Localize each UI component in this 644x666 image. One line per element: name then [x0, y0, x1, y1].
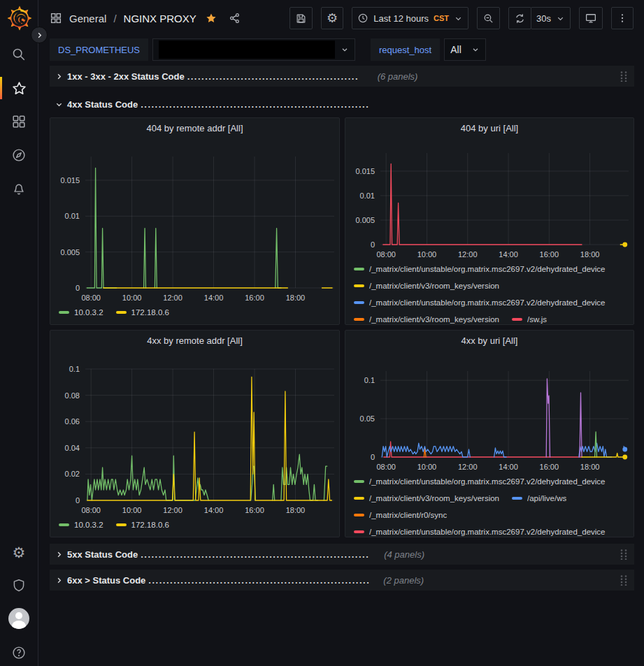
legend-label: /_matrix/client/v3/room_keys/version	[369, 282, 499, 290]
y-axis-label: 0	[371, 453, 375, 461]
legend-item[interactable]: /_matrix/client/v3/room_keys/version	[354, 311, 499, 324]
legend-item[interactable]: /_matrix/client/v3/room_keys/version	[354, 490, 499, 507]
legend-label: 172.18.0.6	[131, 521, 169, 529]
y-axis-label: 0.015	[355, 167, 375, 175]
panel-title[interactable]: 404 by remote addr [All]	[50, 118, 339, 139]
panel-title[interactable]: 4xx by remote addr [All]	[50, 331, 339, 352]
series-line	[87, 377, 332, 500]
time-range-label: Last 12 hours	[373, 13, 429, 24]
explore-icon[interactable]	[0, 145, 38, 166]
legend-swatch	[59, 523, 69, 526]
panel-4xx-by-remote-addr: 08:0010:0012:0014:0016:0018:0000.020.040…	[50, 330, 340, 537]
legend-item[interactable]: 10.0.3.2	[59, 304, 103, 321]
row-drag-handle[interactable]	[619, 549, 629, 560]
y-axis-label: 0.06	[65, 417, 80, 426]
legend-label: /_matrix/client/r0/sync	[369, 511, 447, 519]
breadcrumb: General / NGINX PROXY	[50, 12, 241, 24]
panel-title[interactable]: 4xx by uri [All]	[345, 331, 634, 352]
legend-label: /_matrix/client/unstable/org.matrix.msc2…	[369, 528, 606, 536]
legend-item[interactable]: 172.18.0.6	[116, 304, 169, 321]
alerting-bell-icon[interactable]	[0, 178, 38, 199]
y-axis-label: 0.1	[364, 376, 375, 384]
y-axis-label: 0.005	[60, 248, 80, 256]
sidebar-expand-button[interactable]	[31, 27, 48, 43]
breadcrumb-section[interactable]: General	[69, 13, 106, 24]
legend-item[interactable]: /_matrix/client/unstable/org.matrix.msc2…	[354, 261, 606, 277]
x-axis-label: 16:00	[245, 294, 264, 302]
legend-swatch	[512, 318, 522, 321]
legend-item[interactable]: /_matrix/client/unstable/org.matrix.msc2…	[354, 473, 606, 490]
datasource-variable-label[interactable]: DS_PROMETHEUS	[50, 38, 148, 61]
timezone-label: CST	[434, 14, 449, 22]
server-admin-shield-icon[interactable]	[0, 575, 38, 596]
legend-item[interactable]: 172.18.0.6	[116, 516, 169, 533]
share-icon[interactable]	[229, 12, 241, 24]
legend-item[interactable]: /_matrix/client/v3/room_keys/version	[354, 277, 499, 294]
panel-title[interactable]: 404 by uri [All]	[345, 118, 634, 139]
x-axis-label: 18:00	[286, 506, 306, 514]
host-variable-label[interactable]: request_host	[371, 38, 440, 61]
x-axis-label: 14:00	[499, 250, 518, 259]
x-axis-label: 14:00	[204, 294, 224, 302]
grafana-logo[interactable]	[7, 6, 32, 31]
legend-swatch	[59, 311, 69, 314]
chevron-right-icon	[55, 73, 63, 80]
x-axis-label: 10:00	[122, 506, 142, 514]
refresh-interval-dropdown[interactable]: 30s	[531, 7, 571, 29]
legend-label: /_matrix/client/unstable/org.matrix.msc2…	[369, 265, 606, 273]
legend-label: /_matrix/client/v3/room_keys/version	[369, 494, 499, 502]
topbar: General / NGINX PROXY ⚙ Last 12 hours CS…	[39, 0, 644, 36]
legend-item[interactable]: /_matrix/client/r0/sync	[354, 507, 447, 523]
dashboards-icon[interactable]	[0, 111, 38, 132]
chevron-down-icon	[341, 45, 349, 54]
host-variable-dropdown[interactable]: All	[444, 38, 486, 61]
legend-item[interactable]: /_matrix/client/unstable/org.matrix.msc2…	[354, 523, 606, 536]
row-header-5xx[interactable]: 5xx Status Code ........................…	[50, 544, 634, 565]
row-header-1xx-3xx-2xx[interactable]: 1xx - 3xx - 2xx Status Code ............…	[50, 66, 634, 87]
zoom-out-time-button[interactable]	[477, 7, 500, 29]
row-header-4xx[interactable]: 4xx Status Code ........................…	[50, 94, 634, 115]
x-axis-label: 10:00	[417, 250, 437, 259]
legend-swatch	[354, 530, 364, 533]
help-icon[interactable]	[0, 642, 38, 663]
panel-legend: /_matrix/client/unstable/org.matrix.msc2…	[354, 261, 629, 324]
legend-swatch	[354, 318, 364, 321]
kebab-menu-button[interactable]	[611, 7, 634, 29]
legend-swatch	[354, 301, 364, 304]
x-axis-label: 16:00	[540, 250, 559, 259]
row-drag-handle[interactable]	[619, 71, 629, 82]
profile-avatar[interactable]	[0, 608, 38, 629]
datasource-variable-dropdown[interactable]	[152, 38, 355, 61]
starred-icon[interactable]	[0, 78, 38, 99]
x-axis-label: 14:00	[499, 463, 518, 471]
legend-item[interactable]: /_matrix/client/unstable/org.matrix.msc2…	[354, 294, 606, 311]
panel-legend: /_matrix/client/unstable/org.matrix.msc2…	[354, 473, 629, 536]
time-range-picker[interactable]: Last 12 hours CST	[352, 7, 468, 29]
legend-item[interactable]: 10.0.3.2	[59, 516, 103, 533]
y-axis-label: 0.1	[69, 365, 80, 373]
save-dashboard-button[interactable]	[289, 7, 313, 29]
series-line	[251, 466, 256, 500]
breadcrumb-dashboard-title[interactable]: NGINX PROXY	[124, 13, 196, 24]
configuration-gear-icon[interactable]: ⚙	[0, 542, 38, 563]
legend-item[interactable]: /sw.js	[512, 311, 547, 324]
row-leader-dots: ........................................…	[148, 575, 373, 586]
legend-item[interactable]: /api/live/ws	[512, 490, 566, 507]
legend-swatch	[354, 284, 364, 287]
tv-mode-button[interactable]	[579, 7, 603, 29]
y-axis-label: 0.01	[360, 191, 375, 200]
dashboard-settings-button[interactable]: ⚙	[321, 7, 343, 29]
sidebar: ⚙	[0, 0, 38, 666]
row-header-6xx[interactable]: 6xx > Status Code ......................…	[50, 570, 634, 591]
chevron-down-icon	[556, 14, 565, 23]
refresh-button[interactable]	[508, 7, 531, 29]
favorite-star-icon[interactable]	[205, 12, 217, 24]
x-axis-label: 08:00	[81, 506, 101, 514]
chevron-right-icon	[55, 551, 63, 558]
search-icon[interactable]	[0, 44, 38, 65]
panel-legend: 10.0.3.2172.18.0.6	[59, 516, 335, 536]
chevron-down-icon	[471, 45, 480, 54]
x-axis-label: 08:00	[376, 250, 396, 259]
y-axis-label: 0	[76, 284, 80, 292]
row-drag-handle[interactable]	[619, 574, 629, 586]
